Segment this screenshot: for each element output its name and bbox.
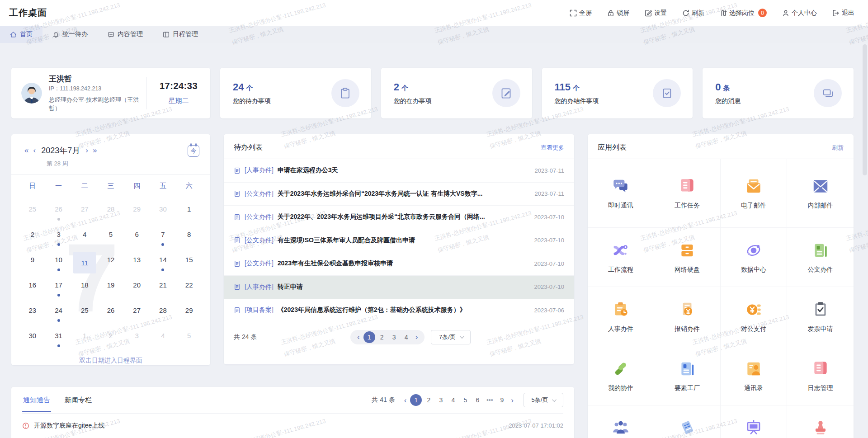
calendar-day[interactable]: 24 (46, 302, 72, 328)
calendar-day[interactable]: 28 (98, 201, 124, 226)
calendar-day[interactable]: 4 (150, 328, 176, 353)
calendar-hint[interactable]: 双击日期进入日程界面 (11, 357, 210, 365)
app-item-stamp[interactable] (787, 405, 854, 438)
calendar-day[interactable]: 19 (98, 277, 124, 302)
prev-month-button[interactable]: ‹ (31, 146, 38, 155)
app-item-task[interactable]: 工作任务 (654, 159, 721, 228)
calendar-day-selected[interactable]: 11 (71, 252, 98, 277)
calendar-day[interactable]: 4 (71, 226, 98, 252)
todo-page-4[interactable]: 4 (401, 332, 412, 343)
notice-page-9[interactable]: 9 (496, 395, 507, 405)
calendar-day[interactable]: 25 (19, 201, 46, 226)
calendar-day[interactable]: 14 (150, 252, 176, 277)
topbar-fullscreen-button[interactable]: 全屏 (570, 9, 592, 17)
notice-page-5[interactable]: 5 (460, 395, 471, 405)
calendar-day[interactable]: 8 (176, 226, 202, 252)
tab-content-mgmt[interactable]: 内容管理 (98, 26, 153, 43)
calendar-day[interactable]: 7 (150, 226, 176, 252)
app-item-payment[interactable]: 对公支付 (721, 287, 787, 346)
apps-refresh-link[interactable]: 刷新 (832, 144, 844, 152)
calendar-day[interactable]: 1 (71, 328, 98, 353)
todo-page-1[interactable]: 1 (363, 331, 375, 343)
todo-item[interactable]: [公文办件] 2023年有生社保公积金基数申报审核申请 2023-07-10 (224, 252, 574, 276)
calendar-day[interactable]: 5 (176, 328, 202, 353)
notice-page-2[interactable]: 2 (423, 395, 434, 405)
prev-year-button[interactable]: « (22, 146, 31, 155)
calendar-day[interactable]: 30 (150, 201, 176, 226)
calendar-day[interactable]: 27 (124, 302, 150, 328)
app-item-contacts[interactable]: 通讯录 (721, 346, 787, 405)
calendar-day[interactable]: 9 (19, 252, 46, 277)
notice-page-3[interactable]: 3 (435, 395, 446, 405)
topbar-settings-button[interactable]: 设置 (645, 9, 667, 17)
topbar-select-post-button[interactable]: 选择岗位0 (720, 9, 767, 17)
notice-page-4[interactable]: 4 (448, 395, 458, 405)
calendar-day[interactable]: 21 (150, 277, 176, 302)
app-item-collab[interactable]: 我的协作 (588, 346, 654, 405)
todo-item[interactable]: [公文办件] 关于2023年水务运维外采合同“2023年水务局统一认证 有生博大… (224, 183, 574, 206)
app-item-journal[interactable]: 日志管理 (787, 346, 854, 405)
todo-item[interactable]: [公文办件] 关于2022年、2023年水务局运维项目外采“北京市政务云服务合同… (224, 206, 574, 229)
todo-page-size-select[interactable]: 7条/页 (431, 330, 471, 344)
app-item-workflow[interactable]: 工作流程 (588, 228, 654, 287)
calendar-day[interactable]: 2 (98, 328, 124, 353)
stat-card-in-progress[interactable]: 2个 您的在办事项 (381, 68, 532, 118)
calendar-day[interactable]: 25 (71, 302, 98, 328)
calendar-day[interactable]: 23 (19, 302, 46, 328)
topbar-refresh-button[interactable]: 刷新 (682, 9, 704, 17)
today-button[interactable]: 今 (188, 145, 199, 157)
calendar-day[interactable]: 16 (19, 277, 46, 302)
stat-card-completed[interactable]: 115个 您的办结件事项 (542, 68, 693, 118)
app-item-email[interactable]: 电子邮件 (721, 159, 787, 228)
calendar-day[interactable]: 2 (19, 226, 46, 252)
calendar-day[interactable]: 26 (98, 302, 124, 328)
calendar-day[interactable]: 30 (19, 328, 46, 353)
calendar-day[interactable]: 17 (46, 277, 72, 302)
calendar-day[interactable]: 22 (176, 277, 202, 302)
app-item-invoice[interactable]: 发票申请 (787, 287, 854, 346)
calendar-day[interactable]: 28 (150, 302, 176, 328)
app-item-factory[interactable]: 要素工厂 (654, 346, 721, 405)
topbar-lock-screen-button[interactable]: 锁屏 (607, 9, 629, 17)
page-scrollbar[interactable] (863, 44, 867, 433)
tab-schedule-mgmt[interactable]: 日程管理 (153, 26, 208, 43)
app-item-im[interactable]: 即时通讯 (588, 159, 654, 228)
todo-page-2[interactable]: 2 (377, 332, 387, 343)
calendar-day[interactable]: 1 (176, 201, 202, 226)
todo-item[interactable]: [人事办件] 转正申请 2023-07-10 (224, 276, 574, 299)
app-item-official-doc[interactable]: 公文办件 (787, 228, 854, 287)
app-item-datacenter[interactable]: 数据中心 (721, 228, 787, 287)
stat-card-pending[interactable]: 24个 您的待办事项 (220, 68, 371, 118)
app-item-hr[interactable]: 人事办件 (588, 287, 654, 346)
calendar-day[interactable]: 5 (98, 226, 124, 252)
todo-item[interactable]: [项目备案] 《2023年局信息系统运行维护（第2包：基础办公系统技术服务）》 … (224, 299, 574, 322)
calendar-day[interactable]: 18 (71, 277, 98, 302)
calendar-day[interactable]: 3 (124, 328, 150, 353)
notice-page-6[interactable]: 6 (472, 395, 483, 405)
calendar-day[interactable]: 20 (124, 277, 150, 302)
calendar-day[interactable]: 12 (98, 252, 124, 277)
notice-next-page-button[interactable]: › (509, 396, 516, 404)
notice-tab-notice[interactable]: 通知通告 (22, 388, 51, 412)
todo-page-3[interactable]: 3 (389, 332, 400, 343)
app-item-netdisk[interactable]: 网络硬盘 (654, 228, 721, 287)
app-item-board[interactable] (721, 405, 787, 438)
topbar-profile-button[interactable]: 个人中心 (782, 9, 817, 17)
tab-home[interactable]: 首页 (0, 26, 42, 43)
next-year-button[interactable]: » (90, 146, 99, 155)
stat-card-messages[interactable]: 0条 您的消息 (703, 68, 854, 118)
calendar-day[interactable]: 3 (46, 226, 72, 252)
calendar-day[interactable]: 27 (71, 201, 98, 226)
todo-item[interactable]: [人事办件] 申请在家远程办公3天 2023-07-11 (224, 159, 574, 183)
notice-page-size-select[interactable]: 5条/页 (524, 393, 563, 407)
next-month-button[interactable]: › (83, 146, 90, 155)
notice-page-1[interactable]: 1 (410, 394, 422, 406)
topbar-logout-button[interactable]: 退出 (832, 9, 854, 17)
notice-item[interactable]: 开源数字底座在gitee上线 2023-07-07 17:01:02 (22, 414, 563, 438)
calendar-day[interactable]: 26 (46, 201, 72, 226)
todo-next-page-button[interactable]: › (413, 333, 420, 341)
calendar-day[interactable]: 6 (124, 226, 150, 252)
calendar-day[interactable]: 10 (46, 252, 72, 277)
app-item-internal-mail[interactable]: 内部邮件 (787, 159, 854, 228)
todo-item[interactable]: [公文办件] 有生深境ISO三体系年审人员配合及牌匾借出申请 2023-07-1… (224, 229, 574, 253)
